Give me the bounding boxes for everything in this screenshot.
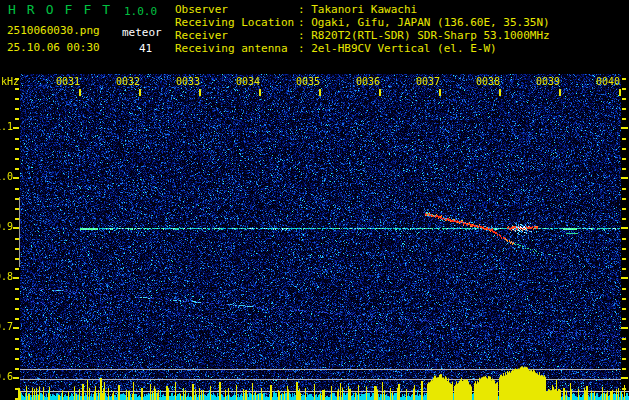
app-title: H R O F F T	[8, 3, 112, 16]
info-row: Receiving antenna: 2el-HB9CV Vertical (e…	[175, 42, 550, 55]
info-label: Receiving Location	[175, 16, 298, 29]
info-row: Observer: Takanori Kawachi	[175, 3, 550, 16]
info-value: Takanori Kawachi	[311, 3, 417, 16]
info-separator: :	[298, 29, 311, 42]
station-info: Observer: Takanori Kawachi Receiving Loc…	[175, 3, 550, 55]
info-label: Receiving antenna	[175, 42, 298, 55]
info-row: Receiving Location: Ogaki, Gifu, JAPAN (…	[175, 16, 550, 29]
hrofft-window: H R O F F T 1.0.0 2510060030.png meteor …	[0, 0, 629, 400]
observation-datetime: 25.10.06 00:30	[7, 41, 100, 54]
output-filename: 2510060030.png	[7, 24, 100, 37]
info-separator: :	[298, 3, 311, 16]
info-value: Ogaki, Gifu, JAPAN (136.60E, 35.35N)	[311, 16, 549, 29]
info-row: Receiver: R820T2(RTL-SDR) SDR-Sharp 53.1…	[175, 29, 550, 42]
info-value: 2el-HB9CV Vertical (el. E-W)	[311, 42, 496, 55]
echo-count: 41	[139, 42, 152, 55]
info-separator: :	[298, 16, 311, 29]
info-label: Observer	[175, 3, 298, 16]
app-version: 1.0.0	[124, 5, 157, 18]
info-label: Receiver	[175, 29, 298, 42]
info-value: R820T2(RTL-SDR) SDR-Sharp 53.1000MHz	[311, 29, 549, 42]
spectrogram-canvas	[0, 60, 629, 400]
info-separator: :	[298, 42, 311, 55]
observation-mode: meteor	[122, 26, 162, 39]
